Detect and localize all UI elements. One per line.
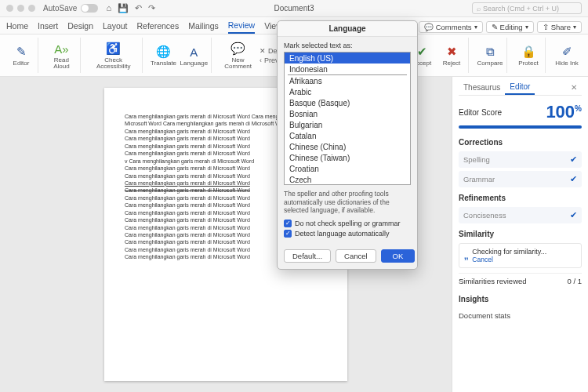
share-icon: ⇧ [543, 23, 549, 31]
score-value: 100% [546, 102, 582, 122]
translate-icon: 🌐 [156, 44, 172, 60]
comments-pill[interactable]: 💬Comments▾ [419, 21, 483, 33]
search-placeholder: Search (Cmd + Ctrl + U) [483, 5, 559, 13]
language-option[interactable]: Catalan [285, 130, 410, 141]
compare-icon: ⧉ [482, 44, 498, 60]
checkbox-icon: ✓ [284, 230, 292, 238]
redo-icon[interactable]: ↷ [148, 3, 155, 13]
tab-mailings[interactable]: Mailings [188, 21, 219, 33]
switch-icon [81, 4, 98, 13]
maximize-dot[interactable] [28, 5, 35, 12]
conciseness-row[interactable]: Conciseness✔ [459, 207, 582, 223]
autosave-label: AutoSave [43, 4, 77, 13]
language-option[interactable]: Indonesian [285, 64, 410, 74]
refinements-heading: Refinements [459, 194, 582, 202]
editing-pill[interactable]: ✎Editing▾ [486, 21, 534, 33]
quote-icon: „ [464, 248, 468, 262]
tab-layout[interactable]: Layout [103, 21, 128, 33]
close-pane-icon[interactable]: ✕ [566, 81, 582, 94]
chevron-down-icon: ▾ [573, 24, 576, 31]
protect-button[interactable]: 🔒Protect [515, 44, 542, 67]
dialog-title: Language [278, 21, 417, 37]
autosave-toggle[interactable]: AutoSave [43, 4, 98, 13]
insights-heading: Insights [459, 295, 582, 303]
tab-home[interactable]: Home [6, 21, 28, 33]
default-button[interactable]: Default... [284, 249, 331, 263]
editor-button[interactable]: ✎Editor [8, 44, 34, 67]
chevron-down-icon: ▾ [474, 24, 477, 31]
mark-selected-label: Mark selected text as: [284, 42, 411, 49]
language-option[interactable]: Arabic [285, 86, 410, 97]
search-icon: ⌕ [477, 5, 481, 13]
editor-tab[interactable]: Editor [505, 80, 535, 95]
check-icon: ✔ [570, 154, 577, 165]
check-icon: ✔ [570, 174, 577, 184]
similarity-card: „ Checking for similarity... Cancel [459, 243, 582, 268]
no-spellcheck-checkbox[interactable]: ✓Do not check spelling or grammar [284, 220, 411, 227]
language-option[interactable]: Czech [285, 174, 410, 185]
sim-reviewed-count: 0 / 1 [568, 277, 583, 285]
document-stats-link[interactable]: Document stats [459, 308, 582, 323]
corrections-heading: Corrections [459, 138, 582, 147]
translate-button[interactable]: 🌐Translate [151, 44, 177, 67]
reject-icon: ✖ [444, 44, 459, 60]
language-dialog: Language Mark selected text as: English … [277, 20, 418, 270]
checkbox-icon: ✓ [284, 220, 292, 227]
check-accessibility-button[interactable]: ♿Check Accessibility [89, 41, 139, 70]
share-pill[interactable]: ⇧Share▾ [537, 21, 582, 33]
pen-icon: ✐ [559, 44, 575, 60]
language-option[interactable]: Croatian [285, 163, 410, 174]
language-option[interactable]: English (US) [285, 53, 410, 64]
reject-button[interactable]: ✖Reject [438, 44, 465, 67]
speaker-icon: A» [53, 41, 69, 56]
language-option[interactable]: Afrikaans [285, 75, 410, 86]
grammar-row[interactable]: Grammar✔ [459, 171, 582, 187]
score-label: Editor Score [459, 108, 502, 117]
tab-design[interactable]: Design [67, 21, 93, 33]
similarity-status: Checking for similarity... [472, 248, 546, 256]
language-option[interactable]: Chinese (Taiwan) [285, 152, 410, 163]
thesaurus-tab[interactable]: Thesaurus [459, 81, 505, 94]
ok-button[interactable]: OK [381, 249, 416, 263]
detect-language-checkbox[interactable]: ✓Detect language automatically [284, 230, 411, 238]
new-comment-button[interactable]: 💬New Comment [220, 41, 256, 70]
save-icon[interactable]: 💾 [118, 3, 129, 13]
close-dot[interactable] [6, 5, 13, 12]
tab-insert[interactable]: Insert [38, 21, 58, 33]
spelling-row[interactable]: Spelling✔ [459, 151, 582, 168]
chevron-down-icon: ▾ [525, 24, 528, 31]
language-button[interactable]: ALanguage [180, 44, 209, 67]
hide-ink-button[interactable]: ✐Hide Ink [554, 44, 580, 67]
previous-icon: ‹ [260, 56, 262, 64]
delete-icon: ✕ [260, 47, 266, 55]
editor-pane: Thesaurus Editor ✕ Editor Score 100% Cor… [452, 77, 588, 392]
check-icon: ✔ [570, 210, 577, 220]
quick-access: ⌂ 💾 ↶ ↷ [106, 3, 155, 13]
minimize-dot[interactable] [17, 5, 24, 12]
titlebar: AutoSave ⌂ 💾 ↶ ↷ Document3 ⌕ Search (Cmd… [0, 0, 588, 17]
read-aloud-button[interactable]: A»Read Aloud [46, 41, 77, 70]
similarity-cancel-link[interactable]: Cancel [472, 256, 546, 263]
language-list[interactable]: English (US)IndonesianAfrikaansArabicBas… [284, 52, 411, 185]
comment-icon: 💬 [230, 41, 246, 56]
language-option[interactable]: Bosnian [285, 108, 410, 119]
language-option[interactable]: Basque (Basque) [285, 97, 410, 108]
language-icon: A [186, 44, 201, 60]
editing-icon: ✎ [492, 23, 498, 31]
language-option[interactable]: Chinese (China) [285, 141, 410, 152]
tab-review[interactable]: Review [228, 20, 255, 34]
search-input[interactable]: ⌕ Search (Cmd + Ctrl + U) [472, 2, 582, 14]
document-title: Document3 [274, 4, 314, 13]
tab-references[interactable]: References [137, 21, 180, 33]
score-bar [459, 125, 582, 129]
cancel-button[interactable]: Cancel [336, 249, 376, 263]
editor-icon: ✎ [13, 44, 29, 60]
home-icon[interactable]: ⌂ [106, 3, 111, 13]
sim-reviewed-label: Similarities reviewed [459, 277, 527, 285]
editor-pane-tabs: Thesaurus Editor ✕ [459, 80, 582, 96]
undo-icon[interactable]: ↶ [135, 3, 142, 13]
comments-icon: 💬 [424, 23, 434, 31]
compare-button[interactable]: ⧉Compare [477, 44, 503, 67]
lock-icon: 🔒 [521, 44, 536, 60]
language-option[interactable]: Bulgarian [285, 119, 410, 130]
